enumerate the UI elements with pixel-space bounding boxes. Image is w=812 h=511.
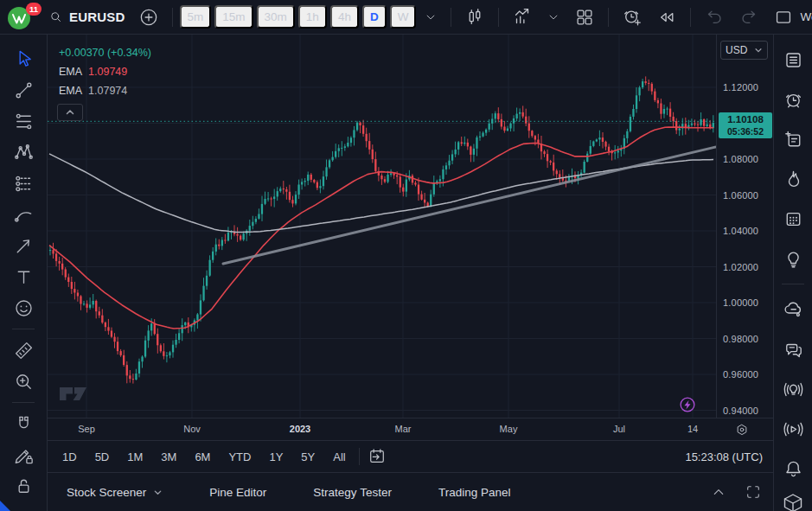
chevron-down-icon: [546, 10, 561, 25]
lock-icon: [12, 475, 35, 498]
ruler-icon: [12, 339, 35, 362]
layout-grid-button[interactable]: [568, 3, 601, 32]
top-toolbar: 11 EURUSD 5m15m30m1h4hDW: [0, 0, 812, 35]
range-5d-button[interactable]: 5D: [89, 447, 116, 467]
range-ytd-button[interactable]: YTD: [222, 447, 257, 467]
range-all-button[interactable]: All: [327, 447, 351, 467]
tool-edit-lock-button[interactable]: [7, 439, 40, 470]
streams-icon: [782, 418, 805, 441]
chart-style-button[interactable]: [458, 3, 491, 32]
timeframe-menu-button[interactable]: [418, 6, 444, 29]
timeframe-1h[interactable]: 1h: [298, 5, 327, 29]
tool-ruler-button[interactable]: [7, 335, 40, 366]
time-axis[interactable]: SepNov2023MarMayJul14: [48, 418, 773, 440]
symbol-search-button[interactable]: EURUSD: [43, 6, 131, 29]
tool-cursor-button[interactable]: [7, 43, 40, 74]
tool-ideas-button[interactable]: [777, 239, 809, 278]
tab-strategy-tester[interactable]: Strategy Tester: [308, 485, 397, 500]
brush-icon: [12, 203, 35, 227]
tool-magnet-button[interactable]: [7, 408, 40, 439]
timeframe-15m[interactable]: 15m: [214, 5, 253, 29]
price-tick: 1.08000: [723, 154, 758, 164]
tool-circle-partial-button[interactable]: [7, 501, 40, 511]
tool-hotlists-button[interactable]: [777, 159, 809, 199]
notifications-icon: [782, 457, 805, 481]
compare-add-symbol-button[interactable]: [132, 3, 165, 32]
scales-settings-icon[interactable]: [733, 421, 751, 438]
drawing-tools-rail: [0, 35, 48, 511]
hotlists-icon: [782, 168, 805, 191]
timeframe-w[interactable]: W: [390, 5, 417, 29]
tool-text-button[interactable]: [7, 261, 40, 292]
tool-fib-retracement-button[interactable]: [7, 105, 40, 137]
timeframe-5m[interactable]: 5m: [180, 5, 212, 29]
layout-menu-button[interactable]: Wealthy Educ...: [767, 3, 812, 32]
chats-icon: [782, 338, 805, 361]
ema-slow-row[interactable]: EMA1.07974: [59, 81, 151, 100]
tab-trading-panel[interactable]: Trading Panel: [433, 485, 516, 500]
tool-minds-button[interactable]: [777, 290, 809, 329]
range-5y-button[interactable]: 5Y: [295, 447, 321, 467]
price-tick: 0.94000: [723, 406, 758, 416]
expand-panel-icon[interactable]: [709, 482, 728, 501]
undo-button[interactable]: [698, 3, 731, 32]
range-6m-button[interactable]: 6M: [189, 447, 216, 467]
symbol-name: EURUSD: [69, 10, 125, 24]
timeframe-30m[interactable]: 30m: [257, 5, 295, 29]
create-alert-button[interactable]: [616, 3, 649, 32]
tool-calendar-button[interactable]: [777, 199, 809, 239]
tool-trend-line-button[interactable]: [7, 74, 40, 105]
tab-pine-editor[interactable]: Pine Editor: [204, 485, 272, 500]
price-change-label: +0.00370 (+0.34%): [59, 43, 151, 62]
currency-selector[interactable]: USD: [720, 41, 768, 60]
fib-retracement-icon: [12, 110, 35, 133]
legend-collapse-button[interactable]: [57, 104, 83, 121]
circle-partial-icon: [12, 506, 35, 511]
tool-arrow-button[interactable]: [7, 230, 40, 261]
text-icon: [12, 265, 35, 289]
tool-live-button[interactable]: [777, 369, 809, 409]
tool-journal-plus-button[interactable]: [777, 119, 809, 159]
tab-label: Trading Panel: [438, 486, 511, 499]
maximize-panel-icon[interactable]: [744, 482, 763, 501]
price-axis[interactable]: USD 1.120001.080001.060001.040001.020001…: [716, 35, 773, 418]
tool-projection-button[interactable]: [7, 168, 40, 199]
bottom-panel-tabs: Stock ScreenerPine EditorStrategy Tester…: [48, 473, 773, 511]
range-3m-button[interactable]: 3M: [155, 447, 182, 467]
timeframe-d[interactable]: D: [362, 5, 387, 29]
ema-fast-value: 1.09749: [88, 66, 127, 78]
indicator-templates-button[interactable]: [540, 6, 566, 29]
object-tree-icon[interactable]: [781, 491, 805, 511]
ema-fast-row[interactable]: EMA1.09749: [59, 62, 151, 81]
price-tick: 1.00000: [723, 297, 758, 308]
rail-divider: [782, 284, 804, 284]
tool-xabcd-pattern-button[interactable]: [7, 137, 40, 168]
tool-lock-button[interactable]: [7, 470, 40, 501]
timeframe-switcher: 5m15m30m1h4hDW: [180, 5, 417, 29]
xabcd-pattern-icon: [12, 141, 35, 164]
range-1d-button[interactable]: 1D: [56, 447, 83, 467]
range-1y-button[interactable]: 1Y: [263, 447, 289, 467]
redo-button[interactable]: [732, 3, 765, 32]
go-to-date-icon[interactable]: [367, 446, 387, 467]
bar-replay-button[interactable]: [650, 3, 683, 32]
app-logo[interactable]: 11: [7, 4, 36, 30]
tool-alerts-button[interactable]: [777, 80, 809, 119]
tool-notifications-button[interactable]: [777, 449, 809, 489]
tool-brush-button[interactable]: [7, 199, 40, 230]
tool-emoji-button[interactable]: [7, 292, 40, 323]
lightning-trade-icon[interactable]: [677, 394, 698, 415]
timeframe-4h[interactable]: 4h: [330, 5, 359, 29]
tool-watchlist-button[interactable]: [777, 40, 809, 80]
tool-chats-button[interactable]: [777, 329, 809, 369]
magnet-icon: [12, 412, 35, 436]
tool-streams-button[interactable]: [777, 409, 809, 449]
timezone-clock[interactable]: 15:23:08 (UTC): [685, 450, 763, 463]
toolbar-separator: [608, 8, 609, 27]
range-1m-button[interactable]: 1M: [121, 447, 149, 467]
rail-divider: [12, 329, 35, 329]
indicators-button[interactable]: [506, 3, 539, 32]
tab-stock-screener[interactable]: Stock Screener: [61, 485, 168, 500]
tool-zoom-in-button[interactable]: [7, 366, 40, 397]
date-range-toolbar: 1D5D1M3M6MYTD1Y5YAll 15:23:08 (UTC): [48, 440, 773, 473]
